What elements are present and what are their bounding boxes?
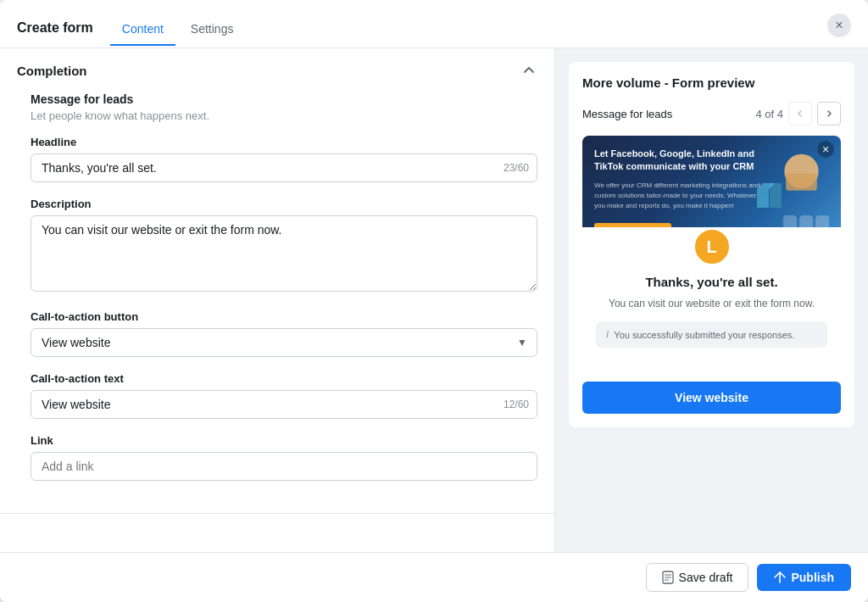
headline-field-group: Headline 23/60 [31, 136, 537, 182]
cta-text-char-count: 12/60 [504, 399, 529, 410]
headline-char-count: 23/60 [504, 162, 529, 174]
cta-button-select-wrap: View website ▼ [31, 328, 537, 357]
right-panel: More volume - Form preview Message for l… [555, 48, 868, 552]
section-content: Message for leads Let people know what h… [0, 92, 554, 513]
banner-close-icon[interactable]: × [817, 141, 834, 158]
cta-text-input-wrap: 12/60 [31, 390, 537, 419]
description-textarea[interactable]: You can visit our website or exit the fo… [31, 215, 537, 292]
save-draft-button[interactable]: Save draft [646, 563, 749, 592]
right-panel-inner: More volume - Form preview Message for l… [569, 62, 854, 427]
preview-nav-controls: 4 of 4 [755, 102, 841, 125]
headline-label: Headline [31, 136, 537, 148]
headline-input-wrap: 23/60 [31, 153, 537, 182]
cta-button-select[interactable]: View website [31, 328, 537, 357]
link-label: Link [31, 434, 537, 447]
section-title: Completion [17, 64, 87, 78]
publish-icon [774, 571, 786, 583]
view-website-button[interactable]: View website [582, 382, 841, 414]
svg-rect-2 [757, 189, 769, 208]
svg-rect-1 [786, 174, 817, 191]
info-icon: i [606, 328, 609, 341]
avatar: L [693, 227, 732, 266]
preview-desc: You can visit our website or exit the fo… [596, 296, 827, 311]
avatar-wrap: L [596, 227, 827, 266]
modal-footer: Save draft Publish [0, 552, 868, 602]
create-form-modal: Create form Content Settings × Completio… [0, 0, 868, 602]
subsection-desc: Let people know what happens next. [31, 109, 537, 122]
preview-success-message: i You successfully submitted your respon… [596, 321, 827, 348]
tab-content[interactable]: Content [110, 15, 175, 46]
next-page-button[interactable] [817, 102, 841, 125]
cta-button-field-group: Call-to-action button View website ▼ [31, 310, 537, 357]
cta-text-label: Call-to-action text [31, 372, 537, 385]
tab-bar: Content Settings [110, 15, 246, 46]
close-button[interactable]: × [827, 14, 851, 37]
banner-headline: Let Facebook, Google, LinkedIn and TikTo… [594, 148, 761, 174]
publish-button[interactable]: Publish [757, 564, 851, 591]
prev-page-button[interactable] [788, 102, 812, 125]
left-panel: Completion Message for leads Let people … [0, 48, 555, 552]
save-draft-icon [662, 571, 674, 584]
cta-text-field-group: Call-to-action text 12/60 [31, 372, 537, 419]
preview-body: L Thanks, you're all set. You can visit … [582, 227, 841, 361]
link-field-group: Link [31, 434, 537, 481]
cta-button-label: Call-to-action button [31, 310, 537, 323]
description-label: Description [31, 198, 537, 210]
banner-text-block: Let Facebook, Google, LinkedIn and TikTo… [594, 148, 761, 236]
banner-sub: We offer your CRM different marketing in… [594, 181, 761, 211]
subsection-title: Message for leads [31, 92, 537, 106]
collapse-button[interactable] [520, 62, 537, 79]
preview-card: Let Facebook, Google, LinkedIn and TikTo… [582, 136, 841, 361]
cta-text-input[interactable] [31, 390, 537, 419]
save-draft-label: Save draft [679, 571, 733, 584]
tab-settings[interactable]: Settings [179, 15, 246, 46]
description-field-group: Description You can visit our website or… [31, 198, 537, 295]
page-info: 4 of 4 [755, 108, 783, 120]
preview-nav-label: Message for leads [582, 108, 672, 120]
publish-label: Publish [791, 571, 834, 584]
preview-thanks: Thanks, you're all set. [596, 275, 827, 289]
completion-section-header: Completion [0, 48, 554, 92]
svg-rect-3 [770, 183, 782, 208]
link-input[interactable] [31, 452, 537, 481]
modal-title: Create form [17, 20, 93, 46]
banner-graphic [761, 148, 829, 232]
modal-header: Create form Content Settings × [0, 0, 868, 48]
preview-title: More volume - Form preview [582, 75, 841, 90]
preview-nav: Message for leads 4 of 4 [582, 102, 841, 125]
success-msg-text: You successfully submitted your response… [614, 330, 794, 340]
headline-input[interactable] [31, 153, 537, 182]
section-divider [0, 513, 554, 514]
modal-body: Completion Message for leads Let people … [0, 48, 868, 552]
